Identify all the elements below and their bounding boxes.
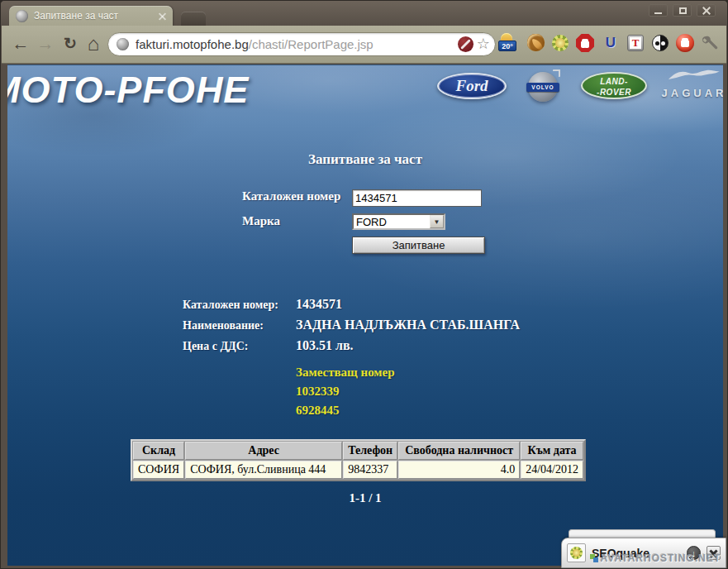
watermark: AVATARHOSTING.NET	[590, 552, 721, 564]
catalog-number-label: Каталожен номер	[242, 189, 340, 203]
catalog-number-input[interactable]	[352, 189, 482, 207]
forward-icon[interactable]: →	[35, 31, 56, 57]
address-bar[interactable]: fakturi.motopfohe.bg/chasti/ReportPage.j…	[107, 32, 496, 56]
back-icon[interactable]: ←	[10, 31, 31, 57]
cell-availability: 4.0	[398, 461, 520, 479]
volvo-arrow-icon	[553, 69, 560, 77]
table-row: СОФИЯ СОФИЯ, бул.Сливница 444 9842337 4.…	[133, 461, 583, 479]
home-icon[interactable]: ⌂	[83, 31, 104, 57]
inquiry-submit-button[interactable]: Запитване	[352, 237, 485, 254]
tab-close-icon[interactable]	[159, 12, 166, 20]
page-content: МОТО-PFOHE Ford VOLVO LAND- -ROVER JAGUA…	[7, 65, 723, 566]
browser-toolbar: ← → ↻ ⌂ fakturi.motopfohe.bg/chasti/Repo…	[2, 26, 726, 64]
result-name-label: Наименование:	[183, 319, 264, 332]
substitute-number: 6928445	[296, 404, 340, 418]
col-address: Адрес	[185, 442, 342, 460]
col-warehouse: Склад	[133, 442, 184, 460]
u-extension-icon[interactable]: U	[601, 33, 621, 53]
seoquake-extension-icon[interactable]	[550, 33, 570, 53]
url-globe-icon	[117, 38, 129, 50]
seoquake-panel-tab[interactable]	[569, 529, 716, 538]
hand-blocker-extension-icon[interactable]	[675, 33, 695, 53]
brand-select-value: FORD	[354, 216, 430, 228]
pagination-text: 1-1 / 1	[7, 491, 723, 505]
url-path: /chasti/ReportPage.jsp	[249, 37, 374, 51]
maximize-button[interactable]	[673, 4, 692, 17]
cell-phone: 9842337	[343, 461, 397, 479]
watermark-icon	[590, 554, 598, 562]
table-header-row: Склад Адрес Телефон Свободна наличност К…	[133, 442, 583, 460]
window-controls	[649, 4, 716, 17]
cell-date: 24/04/2012	[521, 461, 583, 479]
wrench-menu-icon[interactable]	[700, 33, 720, 53]
tab-title: Запитване за част	[34, 10, 153, 22]
t-extension-icon[interactable]: T	[626, 33, 645, 53]
jaguar-logo: JAGUAR	[659, 69, 723, 99]
cookie-extension-icon[interactable]	[526, 33, 545, 53]
yin-yang-extension-icon[interactable]	[650, 33, 670, 53]
jaguar-cat-icon	[667, 69, 721, 82]
volvo-logo: VOLVO	[528, 72, 558, 102]
url-domain: fakturi.motopfohe.bg	[136, 37, 249, 51]
col-phone: Телефон	[343, 442, 397, 460]
result-price-value: 103.51 лв.	[296, 338, 354, 353]
cell-warehouse: СОФИЯ	[133, 461, 184, 479]
ford-logo: Ford	[437, 73, 507, 99]
blocked-content-icon[interactable]	[458, 36, 473, 52]
new-tab-button[interactable]	[181, 12, 206, 26]
globe-favicon	[16, 10, 28, 22]
url-text[interactable]: fakturi.motopfohe.bg/chasti/ReportPage.j…	[136, 37, 458, 51]
substitute-title: Заместващ номер	[296, 366, 395, 380]
title-bar: Запитване за част	[1, 1, 727, 26]
substitute-number: 1032339	[296, 385, 340, 399]
weather-extension-icon[interactable]: 20°	[497, 33, 517, 53]
page-title: Запитване за част	[7, 151, 723, 168]
seoquake-icon-button[interactable]	[567, 543, 586, 562]
cell-address: СОФИЯ, бул.Сливница 444	[185, 461, 342, 479]
temperature-badge: 20°	[498, 41, 516, 51]
landrover-logo: LAND- -ROVER	[581, 72, 647, 99]
watermark-text: AVATARHOSTING.NET	[601, 552, 721, 564]
result-price-label: Цена с ДДС:	[183, 340, 248, 353]
reload-icon[interactable]: ↻	[59, 31, 81, 57]
minimize-button[interactable]	[649, 4, 668, 17]
col-availability: Свободна наличност	[398, 442, 520, 460]
close-button[interactable]	[697, 4, 716, 17]
motopfohe-logo: МОТО-PFOHE	[7, 69, 249, 112]
seoquake-sun-icon	[570, 547, 583, 559]
result-catalog-value: 1434571	[296, 297, 342, 312]
brand-select[interactable]: FORD ▼	[352, 213, 445, 230]
browser-window: Запитване за част ← → ↻ ⌂ fakturi.motopf…	[0, 0, 728, 569]
browser-tab[interactable]: Запитване за част	[9, 6, 173, 26]
brand-label: Марка	[242, 214, 280, 228]
adblock-stop-icon[interactable]	[575, 33, 595, 53]
result-name-value: ЗАДНА НАДЛЪЖНА СТАБ.ШАНГА	[296, 318, 520, 332]
stock-table: Склад Адрес Телефон Свободна наличност К…	[131, 439, 586, 481]
bookmark-star-icon[interactable]: ☆	[477, 36, 490, 52]
chevron-down-icon[interactable]: ▼	[430, 215, 444, 228]
result-catalog-label: Каталожен номер:	[183, 299, 278, 312]
col-date: Към дата	[521, 442, 583, 460]
